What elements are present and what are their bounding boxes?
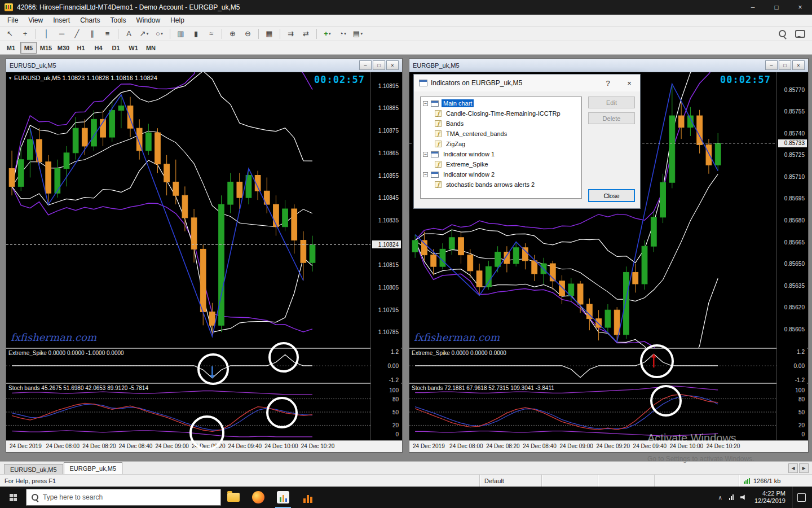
collapse-icon[interactable]: − bbox=[423, 101, 428, 106]
window-minimize-button[interactable]: – bbox=[741, 0, 765, 15]
channel-icon[interactable]: ∥ bbox=[85, 27, 99, 40]
menu-file[interactable]: File bbox=[2, 15, 23, 25]
shapes-icon-glyph: ○ bbox=[156, 29, 160, 38]
shapes-icon[interactable]: ○▾ bbox=[152, 27, 166, 40]
candlestick-chart-icon[interactable]: ▮ bbox=[189, 27, 203, 40]
timeframe-h4[interactable]: H4 bbox=[90, 42, 107, 54]
firefox-icon[interactable] bbox=[246, 487, 271, 508]
price-scale[interactable]: 0.857700.857550.857400.857250.857100.856… bbox=[776, 72, 807, 440]
file-explorer-icon[interactable] bbox=[221, 487, 246, 508]
start-button[interactable] bbox=[0, 487, 26, 508]
dialog-help-button[interactable]: ? bbox=[597, 75, 619, 91]
menu-tools[interactable]: Tools bbox=[105, 15, 131, 25]
close-button[interactable]: Close bbox=[588, 189, 635, 202]
minimize-button[interactable]: – bbox=[765, 60, 778, 70]
timeframe-h1[interactable]: H1 bbox=[73, 42, 89, 54]
tree-item[interactable]: ƒCandle-Closing-Time-Remaining-ICCTRp bbox=[421, 108, 581, 119]
main-chart-area[interactable]: ▾EURUSD_uk,M5 1.10823 1.10828 1.10816 1.… bbox=[6, 72, 370, 348]
chart-tab[interactable]: EURUSD_uk,M5 bbox=[4, 464, 63, 474]
line-chart-icon[interactable]: ≈ bbox=[204, 27, 218, 40]
indicators-icon[interactable]: +▾ bbox=[320, 27, 334, 40]
tree-item[interactable]: ƒstochastic bands arrows alerts 2 bbox=[421, 179, 581, 190]
text-tool-icon[interactable]: A bbox=[122, 27, 136, 40]
timeframe-m30[interactable]: M30 bbox=[55, 42, 72, 54]
vertical-line-icon-glyph: │ bbox=[44, 29, 48, 38]
tree-item[interactable]: −Indicator window 2 bbox=[421, 169, 581, 179]
status-profile[interactable]: Default bbox=[479, 475, 541, 487]
collapse-icon[interactable]: − bbox=[423, 152, 428, 157]
tree-item-label: ZigZag bbox=[444, 140, 467, 148]
fibonacci-icon[interactable]: ≡ bbox=[100, 27, 114, 40]
menu-charts[interactable]: Charts bbox=[75, 15, 105, 25]
restore-button[interactable]: □ bbox=[373, 60, 385, 70]
templates-icon[interactable]: ▤▾ bbox=[351, 27, 365, 40]
tile-windows-icon[interactable]: ▦ bbox=[262, 27, 276, 40]
arrow-tool-icon[interactable]: ↗▾ bbox=[137, 27, 151, 40]
trendline-icon[interactable]: ╱ bbox=[70, 27, 84, 40]
zoom-out-icon[interactable]: ⊖ bbox=[241, 27, 255, 40]
symbol-dropdown-icon[interactable]: ▾ bbox=[9, 76, 11, 81]
window-close-button[interactable]: × bbox=[788, 0, 812, 15]
price-scale[interactable]: 1.108951.108851.108751.108651.108551.108… bbox=[370, 72, 401, 440]
close-button[interactable]: × bbox=[792, 60, 805, 70]
menu-view[interactable]: View bbox=[23, 15, 48, 25]
search-icon[interactable] bbox=[779, 30, 786, 37]
periods-icon[interactable]: ◔▾ bbox=[336, 27, 350, 40]
timeframe-m15[interactable]: M15 bbox=[38, 42, 54, 54]
chart-window-titlebar[interactable]: EURUSD_uk,M5–□× bbox=[6, 59, 402, 72]
dialog-close-icon[interactable]: × bbox=[619, 75, 640, 91]
tree-item[interactable]: −Main chart bbox=[421, 98, 581, 108]
restore-button[interactable]: □ bbox=[779, 60, 791, 70]
mt4-app-icon[interactable] bbox=[271, 487, 295, 508]
window-maximize-button[interactable]: □ bbox=[765, 0, 788, 15]
dropdown-caret-icon: ▾ bbox=[344, 31, 346, 36]
tray-expand-icon[interactable]: ∧ bbox=[718, 494, 722, 501]
dialog-titlebar[interactable]: Indicators on EURGBP_uk,M5 ? × bbox=[414, 75, 640, 91]
spike-indicator-panel[interactable]: Extreme_Spike 0.0000 0.0000 0.0000 bbox=[409, 349, 776, 383]
menu-window[interactable]: Window bbox=[131, 15, 166, 25]
indicator-icon: ƒ bbox=[435, 130, 442, 137]
zoom-in-icon[interactable]: ⊕ bbox=[226, 27, 240, 40]
tab-prev-button[interactable]: ◀ bbox=[788, 463, 798, 473]
tab-next-button[interactable]: ▶ bbox=[799, 463, 809, 473]
bar-chart-icon[interactable]: ▥ bbox=[174, 27, 188, 40]
collapse-icon[interactable]: − bbox=[423, 172, 428, 177]
crosshair-icon[interactable]: + bbox=[18, 27, 32, 40]
horizontal-line-icon[interactable]: ─ bbox=[55, 27, 69, 40]
tree-item[interactable]: ƒZigZag bbox=[421, 139, 581, 149]
minimize-button[interactable]: – bbox=[359, 60, 372, 70]
tree-item[interactable]: ƒExtreme_Spike bbox=[421, 159, 581, 169]
notification-center-button[interactable] bbox=[792, 487, 810, 508]
taskbar-clock[interactable]: 4:22 PM 12/24/2019 bbox=[754, 490, 785, 505]
chart-window-titlebar[interactable]: EURGBP_uk,M5–□× bbox=[409, 59, 808, 72]
volume-icon[interactable] bbox=[740, 494, 748, 501]
spike-indicator-panel[interactable]: Extreme_Spike 0.0000 0.0000 -1.0000 0.00… bbox=[6, 349, 370, 383]
stoch-indicator-label: Stoch bands 72.1881 67.9618 52.7315 109.… bbox=[412, 385, 554, 391]
network-icon[interactable] bbox=[729, 494, 734, 500]
timeframe-mn[interactable]: MN bbox=[143, 42, 159, 54]
chart-window-eurusd[interactable]: EURUSD_uk,M5–□×▾EURUSD_uk,M5 1.10823 1.1… bbox=[6, 58, 403, 453]
edit-button[interactable]: Edit bbox=[588, 97, 635, 108]
menu-help[interactable]: Help bbox=[165, 15, 189, 25]
delete-button[interactable]: Delete bbox=[588, 112, 635, 124]
menu-insert[interactable]: Insert bbox=[48, 15, 75, 25]
timeframe-m5[interactable]: M5 bbox=[20, 42, 37, 54]
cursor-icon[interactable]: ↖ bbox=[3, 27, 17, 40]
tree-item[interactable]: ƒBands bbox=[421, 119, 581, 129]
auto-scroll-icon[interactable]: ⇉ bbox=[284, 27, 298, 40]
timeframe-m1[interactable]: M1 bbox=[3, 42, 19, 54]
chat-icon[interactable] bbox=[795, 30, 805, 38]
tree-item[interactable]: −Indicator window 1 bbox=[421, 149, 581, 159]
timeframe-w1[interactable]: W1 bbox=[125, 42, 142, 54]
chart-app-icon[interactable] bbox=[295, 487, 320, 508]
indicator-tree[interactable]: −Main chartƒCandle-Closing-Time-Remainin… bbox=[420, 97, 582, 199]
stoch-indicator-panel[interactable]: Stoch bands 45.2675 51.6980 42.0653 89.9… bbox=[6, 384, 370, 440]
chart-shift-icon[interactable]: ⇄ bbox=[299, 27, 313, 40]
vertical-line-icon[interactable]: │ bbox=[39, 27, 54, 40]
time-axis[interactable]: 24 Dec 201924 Dec 08:0024 Dec 08:2024 De… bbox=[409, 440, 808, 452]
taskbar-search[interactable]: Type here to search bbox=[26, 489, 221, 506]
close-button[interactable]: × bbox=[386, 60, 399, 70]
timeframe-d1[interactable]: D1 bbox=[108, 42, 124, 54]
chart-tab[interactable]: EURGBP_uk,M5 bbox=[64, 462, 123, 474]
tree-item[interactable]: ƒTMA_centered_bands bbox=[421, 129, 581, 139]
